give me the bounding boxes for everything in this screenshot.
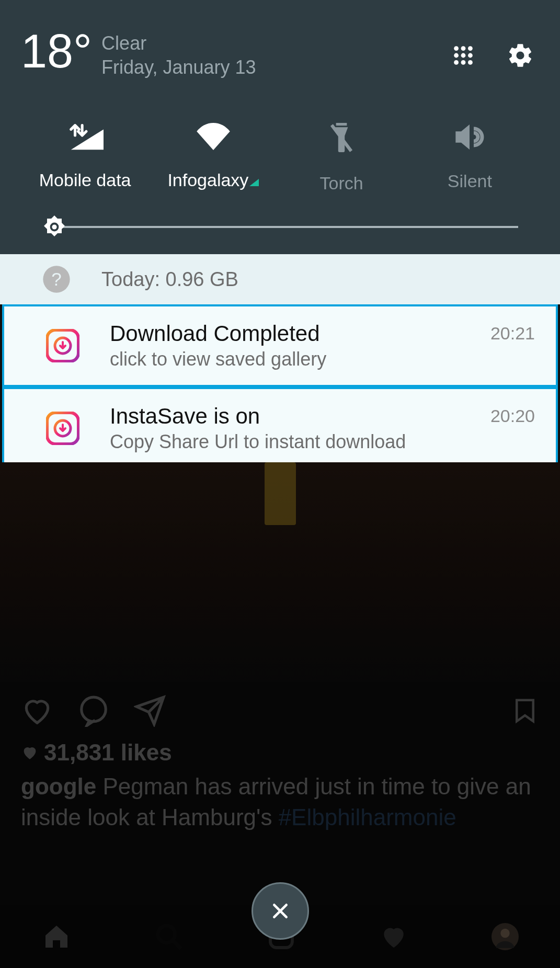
instasave-icon: [46, 329, 79, 362]
notification-time: 20:21: [490, 323, 535, 344]
qs-wifi[interactable]: Infogalaxy: [149, 123, 277, 193]
help-circle-icon: ?: [42, 265, 71, 294]
like-heart-icon[interactable]: [21, 694, 53, 727]
notification-title: InstaSave is on: [110, 404, 460, 429]
qs-torch[interactable]: Torch: [278, 123, 406, 193]
svg-point-4: [461, 53, 466, 58]
notification-title: Download Completed: [110, 321, 460, 346]
settings-gear-icon[interactable]: [507, 42, 534, 69]
svg-point-24: [500, 929, 509, 938]
bookmark-icon[interactable]: [511, 694, 539, 727]
svg-point-2: [468, 46, 473, 51]
nav-activity-icon[interactable]: [379, 922, 408, 951]
svg-point-3: [454, 53, 459, 58]
weather-widget[interactable]: 18° Clear Friday, January 13: [21, 31, 256, 78]
qs-label: Silent: [448, 171, 492, 191]
apps-grid-icon[interactable]: [451, 43, 475, 67]
nav-home-icon[interactable]: [42, 922, 71, 951]
post-action-bar: [0, 682, 560, 739]
svg-point-19: [82, 697, 106, 722]
wifi-icon: [193, 123, 234, 150]
notification-subtitle: click to view saved gallery: [110, 348, 460, 370]
brightness-slider[interactable]: [0, 200, 560, 254]
svg-point-0: [454, 46, 459, 51]
svg-point-1: [461, 46, 466, 51]
date-text: Friday, January 13: [101, 56, 256, 78]
quick-settings-row: Mobile data Infogalaxy Torch Silent: [21, 123, 534, 200]
qs-sound[interactable]: Silent: [406, 123, 534, 193]
svg-point-12: [52, 224, 56, 229]
speaker-icon: [453, 123, 486, 151]
post-image[interactable]: [0, 462, 560, 682]
instasave-icon: [46, 412, 79, 445]
notification-time: 20:20: [490, 406, 535, 426]
qs-label: Infogalaxy: [167, 170, 248, 190]
svg-point-5: [468, 53, 473, 58]
temperature: 18°: [21, 31, 92, 72]
nav-profile-avatar[interactable]: [492, 923, 519, 950]
qs-label: Mobile data: [39, 170, 131, 190]
hashtag-link[interactable]: #Elbphilharmonie: [279, 804, 456, 830]
svg-point-8: [468, 60, 473, 65]
weather-condition: Clear: [101, 32, 256, 54]
close-notification-shade-button[interactable]: [252, 882, 309, 940]
post-username[interactable]: google: [21, 773, 96, 799]
notification-shade-header: 18° Clear Friday, January 13 Mobile data: [0, 0, 560, 200]
svg-text:?: ?: [51, 269, 61, 289]
share-icon[interactable]: [134, 694, 166, 727]
likes-count[interactable]: 31,831 likes: [0, 739, 560, 766]
usage-text: Today: 0.96 GB: [101, 268, 238, 291]
svg-line-21: [173, 940, 181, 949]
nav-search-icon[interactable]: [154, 922, 184, 951]
torch-icon: [328, 123, 355, 153]
notification-instasave-on[interactable]: InstaSave is on Copy Share Url to instan…: [2, 387, 558, 470]
mobile-data-icon: [67, 123, 104, 150]
svg-point-20: [158, 926, 175, 943]
brightness-thumb-icon[interactable]: [42, 214, 67, 240]
svg-rect-9: [336, 123, 347, 126]
post-caption[interactable]: google Pegman has arrived just in time t…: [0, 766, 560, 833]
comment-icon[interactable]: [77, 694, 110, 727]
signal-indicator-icon: [249, 179, 259, 186]
data-usage-notification[interactable]: ? Today: 0.96 GB: [0, 254, 560, 304]
qs-mobile-data[interactable]: Mobile data: [21, 123, 149, 193]
svg-point-7: [461, 60, 466, 65]
notification-download-completed[interactable]: Download Completed click to view saved g…: [2, 304, 558, 387]
notification-subtitle: Copy Share Url to instant download: [110, 431, 460, 453]
svg-point-6: [454, 60, 459, 65]
qs-label: Torch: [320, 173, 363, 193]
